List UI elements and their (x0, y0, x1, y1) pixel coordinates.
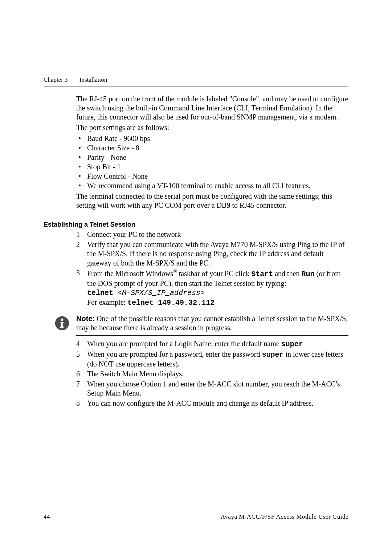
step-5: When you are prompted for a password, en… (76, 350, 348, 369)
note-label: Note: (76, 315, 95, 323)
step-3: From the Microsoft Windows® taskbar of y… (76, 268, 348, 307)
info-icon (54, 316, 70, 331)
page-container: Chapter 3 Installation The RJ-45 port on… (0, 0, 392, 555)
step-1: Connect your PC to the network (76, 230, 348, 239)
step-6: The Switch Main Menu displays. (76, 369, 348, 379)
registered-mark: ® (173, 269, 177, 274)
terminal-settings-note: The terminal connected to the serial por… (76, 192, 348, 210)
password: super (262, 351, 284, 359)
step-4: When you are prompted for a Login Name, … (76, 339, 348, 349)
chapter-label: Chapter 3 (44, 76, 68, 83)
body-content: The RJ-45 port on the front of the modul… (76, 94, 348, 210)
list-item: Stop Bit - 1 (76, 162, 348, 171)
footer: 44 Avaya M-ACC/F/SF Access Module User G… (44, 511, 348, 520)
login-name: super (281, 340, 303, 348)
chapter-title: Installation (79, 76, 107, 83)
ordered-steps-2: When you are prompted for a Login Name, … (76, 339, 348, 408)
list-item: Character Size - 8 (76, 143, 348, 153)
note-text: Note: One of the possible reasons that y… (76, 314, 348, 332)
step-5-text-a: When you are prompted for a password, en… (87, 350, 262, 358)
header-rule (44, 86, 348, 86)
start-cmd: Start (251, 270, 273, 278)
example-label: For example: (87, 298, 127, 306)
note-body: One of the possible reasons that you can… (76, 315, 348, 332)
note-row: Note: One of the possible reasons that y… (76, 314, 348, 332)
note-rule-bottom (76, 335, 348, 336)
step-2: Verify that you can communicate with the… (76, 240, 348, 268)
page-number: 44 (44, 513, 50, 520)
step-8: You can now configure the M-ACC module a… (76, 399, 348, 408)
example-cmd: telnet 149.49.32.112 (127, 299, 215, 307)
step-3-text-c: and then (273, 270, 301, 278)
section-heading: Establishing a Telnet Session (44, 221, 348, 228)
running-header: Chapter 3 Installation (44, 76, 348, 84)
step-3-text-a: From the Microsoft Windows (87, 270, 173, 278)
svg-point-1 (61, 319, 64, 321)
intro-paragraph: The RJ-45 port on the front of the modul… (76, 94, 348, 122)
telnet-arg: <M-SPX/S_IP_address> (113, 289, 205, 297)
step-7: When you choose Option 1 and enter the M… (76, 380, 348, 398)
run-cmd: Run (302, 270, 315, 278)
steps-block-2: When you are prompted for a Login Name, … (76, 339, 348, 408)
telnet-cmd: telnet (87, 289, 113, 297)
step-3-text-b: taskbar of your PC click (177, 270, 251, 278)
list-item: Parity - None (76, 153, 348, 162)
footer-rule (44, 511, 348, 511)
note-rule-top (76, 311, 348, 311)
port-settings-intro: The port settings are as follows: (76, 123, 348, 132)
list-item: We recommend using a VT-100 terminal to … (76, 181, 348, 190)
doc-title: Avaya M-ACC/F/SF Access Module User Guid… (221, 513, 348, 520)
port-settings-list: Baud Rate - 9600 bps Character Size - 8 … (76, 134, 348, 190)
list-item: Flow Control - None (76, 171, 348, 181)
list-item: Baud Rate - 9600 bps (76, 134, 348, 143)
ordered-steps-1: Connect your PC to the network Verify th… (76, 230, 348, 307)
footer-row: 44 Avaya M-ACC/F/SF Access Module User G… (44, 513, 348, 520)
steps-block-1: Connect your PC to the network Verify th… (76, 230, 348, 307)
step-4-text: When you are prompted for a Login Name, … (87, 340, 281, 348)
note-block: Note: One of the possible reasons that y… (76, 311, 348, 336)
